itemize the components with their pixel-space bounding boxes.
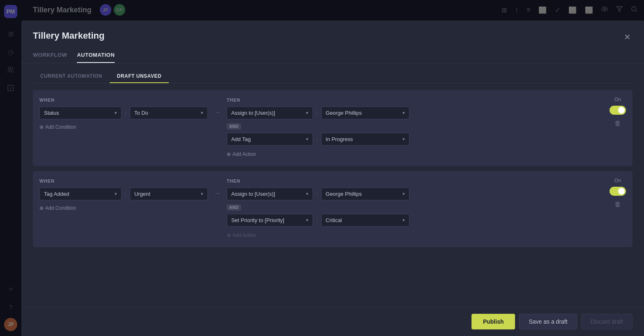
- when-condition-dropdown-2[interactable]: Tag Added ▾: [39, 188, 122, 200]
- then-value-dropdown-2-1[interactable]: George Phillips ▾: [321, 188, 409, 200]
- toggle-switch-2[interactable]: [610, 187, 626, 196]
- when-row-1: Status ▾ : To Do ▾: [39, 107, 208, 119]
- colon-then-1-1: :: [316, 110, 318, 116]
- then-action-dropdown-2-1[interactable]: Assign to [User(s)] ▾: [227, 188, 313, 200]
- close-button[interactable]: ✕: [622, 30, 632, 44]
- colon-then-2-1: :: [316, 191, 318, 197]
- arrow-1: →: [208, 97, 227, 159]
- plus-circle-icon-1: ⊕: [39, 124, 44, 130]
- rule-card-2-inner: WHEN Tag Added ▾ : Urgent ▾: [39, 178, 626, 240]
- toggle-switch-1[interactable]: [610, 106, 626, 115]
- delete-rule-btn-1[interactable]: 🗑: [613, 118, 623, 129]
- when-section-2: WHEN Tag Added ▾ : Urgent ▾: [39, 178, 208, 240]
- modal-tabs: WORKFLOW AUTOMATION: [21, 44, 644, 63]
- arrow-2: →: [208, 178, 227, 240]
- add-condition-btn-2[interactable]: ⊕ Add Condition: [39, 204, 76, 213]
- colon-1: :: [125, 110, 126, 116]
- add-action-btn-2[interactable]: ⊕ Add Action: [227, 231, 593, 240]
- when-condition-dropdown-1[interactable]: Status ▾: [39, 107, 122, 119]
- add-action-btn-1[interactable]: ⊕ Add Action: [227, 150, 593, 159]
- when-value-dropdown-2[interactable]: Urgent ▾: [130, 188, 208, 200]
- and-badge-1: AND: [227, 122, 593, 131]
- then-action-dropdown-2-2[interactable]: Set Priority to [Priority] ▾: [227, 214, 313, 227]
- then-value-dropdown-2-2[interactable]: Critical ▾: [321, 214, 409, 227]
- then-action-dropdown-1-1[interactable]: Assign to [User(s)] ▾: [227, 107, 313, 119]
- then-value-dropdown-1-1[interactable]: George Phillips ▾: [321, 107, 409, 119]
- then-row-2-1: Assign to [User(s)] ▾ : George Phillips …: [227, 188, 593, 200]
- toggle-label-2: On: [614, 178, 621, 183]
- add-condition-btn-1[interactable]: ⊕ Add Condition: [39, 123, 76, 132]
- then-label-1: THEN: [227, 97, 593, 102]
- and-badge-2: AND: [227, 203, 593, 212]
- rule-card-1: WHEN Status ▾ : To Do ▾: [33, 90, 632, 166]
- colon-then-1-2: :: [316, 136, 318, 143]
- colon-2: :: [125, 191, 126, 197]
- auto-tab-draft[interactable]: DRAFT UNSAVED: [110, 70, 169, 83]
- then-row-1-2: Add Tag ▾ : In Progress ▾: [227, 133, 593, 146]
- when-row-2: Tag Added ▾ : Urgent ▾: [39, 188, 208, 200]
- tab-workflow[interactable]: WORKFLOW: [33, 49, 67, 63]
- then-action-dropdown-1-2[interactable]: Add Tag ▾: [227, 133, 313, 146]
- auto-tab-current[interactable]: CURRENT AUTOMATION: [33, 70, 110, 83]
- then-section-1: THEN Assign to [User(s)] ▾ : George Phil…: [227, 97, 593, 159]
- then-value-dropdown-1-2[interactable]: In Progress ▾: [321, 133, 409, 146]
- then-row-2-2: Set Priority to [Priority] ▾ : Critical …: [227, 214, 593, 227]
- plus-circle-icon-action-1: ⊕: [227, 151, 231, 157]
- modal-body: CURRENT AUTOMATION DRAFT UNSAVED WHEN St…: [21, 63, 644, 307]
- then-section-2: THEN Assign to [User(s)] ▾ : George Phil…: [227, 178, 593, 240]
- rules-container: WHEN Status ▾ : To Do ▾: [33, 83, 632, 307]
- when-value-dropdown-1[interactable]: To Do ▾: [130, 107, 208, 119]
- when-section-1: WHEN Status ▾ : To Do ▾: [39, 97, 208, 159]
- automation-tabs: CURRENT AUTOMATION DRAFT UNSAVED: [33, 63, 632, 83]
- rule-card-2: WHEN Tag Added ▾ : Urgent ▾: [33, 171, 632, 247]
- colon-then-2-2: :: [316, 217, 318, 224]
- modal-header: Tillery Marketing ✕: [21, 21, 644, 44]
- when-label-2: WHEN: [39, 178, 208, 183]
- then-row-1-1: Assign to [User(s)] ▾ : George Phillips …: [227, 107, 593, 119]
- tab-automation[interactable]: AUTOMATION: [77, 49, 115, 63]
- publish-button[interactable]: Publish: [472, 314, 515, 329]
- toggle-section-1: On 🗑: [610, 97, 626, 129]
- plus-circle-icon-action-2: ⊕: [227, 232, 231, 238]
- modal-footer: Publish Save as a draft Discard draft: [21, 307, 644, 336]
- save-draft-button[interactable]: Save as a draft: [519, 314, 577, 329]
- toggle-section-2: On 🗑: [610, 178, 626, 210]
- when-label-1: WHEN: [39, 97, 208, 102]
- delete-rule-btn-2[interactable]: 🗑: [613, 199, 623, 210]
- automation-modal: Tillery Marketing ✕ WORKFLOW AUTOMATION …: [21, 21, 644, 336]
- modal-title: Tillery Marketing: [33, 30, 104, 41]
- then-label-2: THEN: [227, 178, 593, 183]
- rule-card-1-inner: WHEN Status ▾ : To Do ▾: [39, 97, 626, 159]
- toggle-label-1: On: [614, 97, 621, 102]
- discard-draft-button: Discard draft: [581, 314, 632, 329]
- plus-circle-icon-2: ⊕: [39, 205, 44, 211]
